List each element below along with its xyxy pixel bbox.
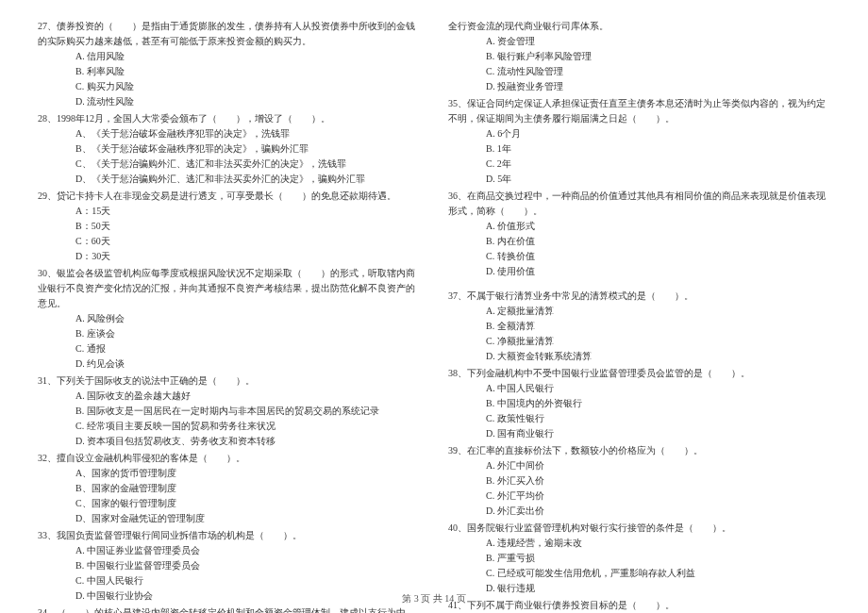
option-c: C. 购买力风险 bbox=[38, 79, 420, 94]
option-c: C. 外汇平均价 bbox=[448, 489, 830, 504]
question-text: 32、擅自设立金融机构罪侵犯的客体是（ ）。 bbox=[38, 451, 420, 466]
option-d: D. 大额资金转账系统清算 bbox=[448, 349, 830, 364]
option-a: A. 价值形式 bbox=[448, 219, 830, 234]
option-a: A. 中国人民银行 bbox=[448, 381, 830, 396]
option-d: D. 使用价值 bbox=[448, 264, 830, 279]
option-b: B、《关于惩治破坏金融秩序犯罪的决定》，骗购外汇罪 bbox=[38, 141, 420, 157]
question-40: 40、国务院银行业监督管理机构对银行实行接管的条件是（ ）。 A. 违规经营，逾… bbox=[448, 521, 830, 596]
option-c: C. 中国人民银行 bbox=[38, 573, 420, 588]
option-b: B. 内在价值 bbox=[448, 234, 830, 249]
option-a: A. 国际收支的盈余越大越好 bbox=[38, 389, 420, 404]
question-32: 32、擅自设立金融机构罪侵犯的客体是（ ）。 A、国家的货币管理制度 B、国家的… bbox=[38, 451, 420, 526]
question-continuation: 全行资金流的现代商业银行司库体系。 bbox=[448, 19, 830, 34]
option-a: A：15天 bbox=[38, 204, 420, 219]
option-c: C、国家的银行管理制度 bbox=[38, 496, 420, 511]
option-b: B. 1年 bbox=[448, 141, 830, 157]
question-text: 34、（ ）的核心是建设内部资金转移定价机制和全额资金管理体制，建成以支行为中心… bbox=[38, 605, 420, 613]
question-text: 27、债券投资的（ ）是指由于通货膨胀的发生，债券持有人从投资债券中所收到的金钱… bbox=[38, 19, 420, 49]
question-28: 28、1998年12月，全国人大常委会颁布了（ ），增设了（ ）。 A、《关于惩… bbox=[38, 111, 420, 187]
option-d: D. 资本项目包括贸易收支、劳务收支和资本转移 bbox=[38, 434, 420, 449]
option-c: C. 通报 bbox=[38, 341, 420, 356]
option-c: C. 经常项目主要反映一国的贸易和劳务往来状况 bbox=[38, 419, 420, 434]
option-b: B：50天 bbox=[38, 219, 420, 234]
option-a: A. 定额批量清算 bbox=[448, 304, 830, 319]
question-36: 36、在商品交换过程中，一种商品的价值通过其他具有相同价值的商品来表现就是价值表… bbox=[448, 189, 830, 279]
question-text: 31、下列关于国际收支的说法中正确的是（ ）。 bbox=[38, 373, 420, 389]
option-b: B. 座谈会 bbox=[38, 326, 420, 341]
option-b: B. 国际收支是一国居民在一定时期内与非本国居民的贸易交易的系统记录 bbox=[38, 404, 420, 419]
option-d: D. 外汇卖出价 bbox=[448, 504, 830, 519]
option-c: C. 转换价值 bbox=[448, 249, 830, 264]
option-c: C. 政策性银行 bbox=[448, 411, 830, 426]
option-b: B. 严重亏损 bbox=[448, 551, 830, 566]
option-a: A. 外汇中间价 bbox=[448, 458, 830, 473]
question-text: 38、下列金融机构中不受中国银行业监督管理委员会监管的是（ ）。 bbox=[448, 366, 830, 381]
question-text: 37、不属于银行清算业务中常见的清算模式的是（ ）。 bbox=[448, 289, 830, 304]
left-column: 27、债券投资的（ ）是指由于通货膨胀的发生，债券持有人从投资债券中所收到的金钱… bbox=[38, 19, 420, 575]
option-d: D、《关于惩治骗购外汇、逃汇和非法买卖外汇的决定》，骗购外汇罪 bbox=[38, 172, 420, 187]
option-d: D. 流动性风险 bbox=[38, 94, 420, 109]
question-text: 33、我国负责监督管理银行间同业拆借市场的机构是（ ）。 bbox=[38, 528, 420, 543]
option-d: D. 约见会谈 bbox=[38, 356, 420, 372]
question-text: 36、在商品交换过程中，一种商品的价值通过其他具有相同价值的商品来表现就是价值表… bbox=[448, 189, 830, 219]
option-d: D. 国有商业银行 bbox=[448, 426, 830, 441]
option-c: C. 流动性风险管理 bbox=[448, 64, 830, 79]
option-d: D. 投融资业务管理 bbox=[448, 79, 830, 94]
content-columns: 27、债券投资的（ ）是指由于通货膨胀的发生，债券持有人从投资债券中所收到的金钱… bbox=[38, 19, 830, 575]
option-b: B. 外汇买入价 bbox=[448, 473, 830, 489]
option-a: A. 违规经营，逾期未改 bbox=[448, 536, 830, 551]
question-30: 30、银监会各级监管机构应每季度或根据风险状况不定期采取（ ）的形式，听取辖内商… bbox=[38, 266, 420, 372]
question-27: 27、债券投资的（ ）是指由于通货膨胀的发生，债券持有人从投资债券中所收到的金钱… bbox=[38, 19, 420, 109]
question-text: 35、保证合同约定保证人承担保证责任直至主债务本息还清时为止等类似内容的，视为约… bbox=[448, 96, 830, 126]
spacer bbox=[448, 281, 830, 289]
option-a: A. 6个月 bbox=[448, 126, 830, 141]
option-a: A. 资金管理 bbox=[448, 34, 830, 49]
option-d: D：30天 bbox=[38, 249, 420, 264]
question-38: 38、下列金融机构中不受中国银行业监督管理委员会监管的是（ ）。 A. 中国人民… bbox=[448, 366, 830, 441]
option-b: B. 中国境内的外资银行 bbox=[448, 396, 830, 411]
option-c: C. 净额批量清算 bbox=[448, 334, 830, 349]
question-34: 34、（ ）的核心是建设内部资金转移定价机制和全额资金管理体制，建成以支行为中心… bbox=[38, 605, 420, 613]
question-text: 28、1998年12月，全国人大常委会颁布了（ ），增设了（ ）。 bbox=[38, 111, 420, 126]
question-34-cont: 全行资金流的现代商业银行司库体系。 A. 资金管理 B. 银行账户利率风险管理 … bbox=[448, 19, 830, 94]
option-b: B、国家的金融管理制度 bbox=[38, 481, 420, 496]
option-c: C. 2年 bbox=[448, 157, 830, 172]
option-a: A、国家的货币管理制度 bbox=[38, 466, 420, 481]
question-text: 40、国务院银行业监督管理机构对银行实行接管的条件是（ ）。 bbox=[448, 521, 830, 536]
option-b: B. 全额清算 bbox=[448, 319, 830, 334]
option-a: A、《关于惩治破坏金融秩序犯罪的决定》，洗钱罪 bbox=[38, 126, 420, 141]
page-footer: 第 3 页 共 14 页 bbox=[0, 592, 868, 605]
option-b: B. 中国银行业监督管理委员会 bbox=[38, 558, 420, 573]
question-39: 39、在汇率的直接标价法下，数额较小的价格应为（ ）。 A. 外汇中间价 B. … bbox=[448, 443, 830, 519]
question-31: 31、下列关于国际收支的说法中正确的是（ ）。 A. 国际收支的盈余越大越好 B… bbox=[38, 373, 420, 449]
question-35: 35、保证合同约定保证人承担保证责任直至主债务本息还清时为止等类似内容的，视为约… bbox=[448, 96, 830, 187]
option-d: D. 5年 bbox=[448, 172, 830, 187]
question-text: 29、贷记卡持卡人在非现金交易是进行透支，可享受最长（ ）的免息还款期待遇。 bbox=[38, 189, 420, 204]
option-a: A. 中国证券业监督管理委员会 bbox=[38, 543, 420, 558]
option-c: C：60天 bbox=[38, 234, 420, 249]
question-text: 30、银监会各级监管机构应每季度或根据风险状况不定期采取（ ）的形式，听取辖内商… bbox=[38, 266, 420, 311]
option-b: B. 利率风险 bbox=[38, 64, 420, 79]
question-37: 37、不属于银行清算业务中常见的清算模式的是（ ）。 A. 定额批量清算 B. … bbox=[448, 289, 830, 364]
option-a: A. 信用风险 bbox=[38, 49, 420, 64]
option-c: C、《关于惩治骗购外汇、逃汇和非法买卖外汇的决定》，洗钱罪 bbox=[38, 157, 420, 172]
option-b: B. 银行账户利率风险管理 bbox=[448, 49, 830, 64]
option-a: A. 风险例会 bbox=[38, 311, 420, 326]
right-column: 全行资金流的现代商业银行司库体系。 A. 资金管理 B. 银行账户利率风险管理 … bbox=[448, 19, 830, 575]
option-d: D、国家对金融凭证的管理制度 bbox=[38, 511, 420, 526]
option-c: C. 已经或可能发生信用危机，严重影响存款人利益 bbox=[448, 566, 830, 581]
question-29: 29、贷记卡持卡人在非现金交易是进行透支，可享受最长（ ）的免息还款期待遇。 A… bbox=[38, 189, 420, 264]
question-text: 39、在汇率的直接标价法下，数额较小的价格应为（ ）。 bbox=[448, 443, 830, 458]
